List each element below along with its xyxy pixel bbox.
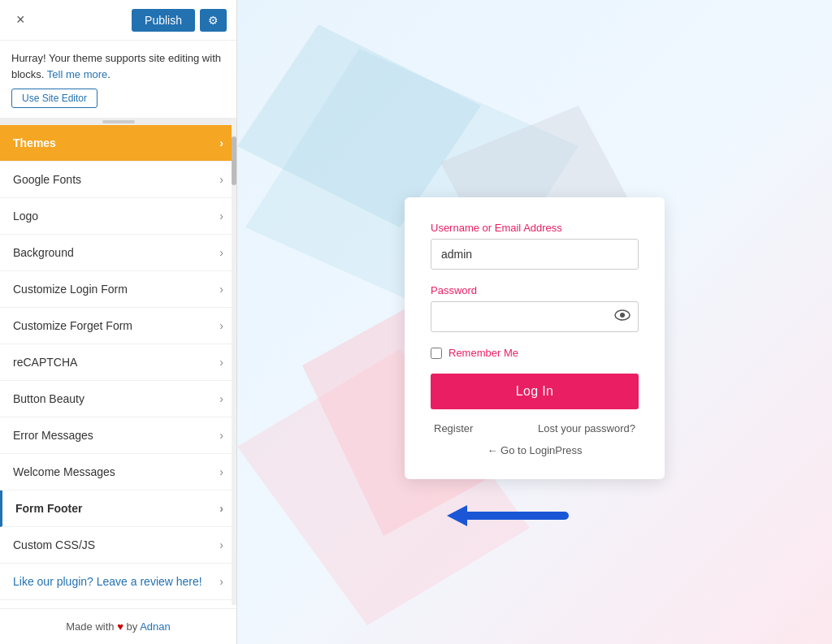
remember-checkbox[interactable] (431, 348, 442, 359)
gear-button[interactable]: ⚙ (200, 9, 227, 32)
sidebar-item-label: reCAPTCHA (13, 356, 77, 369)
eye-toggle-icon[interactable] (614, 309, 630, 324)
scroll-top-indicator (0, 119, 236, 125)
tell-me-more-link[interactable]: Tell me more (47, 68, 107, 80)
sidebar-item-label: Customize Login Form (13, 283, 128, 296)
sidebar: × Publish ⚙ Hurray! Your theme supports … (0, 0, 237, 644)
sidebar-item-customize-login-form[interactable]: Customize Login Form › (0, 271, 236, 308)
remember-label[interactable]: Remember Me (448, 347, 518, 359)
sidebar-item-label: Themes (13, 136, 56, 149)
sidebar-item-label: Logo (13, 210, 38, 223)
chevron-right-icon: › (219, 136, 223, 149)
username-label: Username or Email Address (431, 222, 639, 234)
chevron-right-icon: › (219, 210, 223, 223)
sidebar-item-logo[interactable]: Logo › (0, 198, 236, 235)
sidebar-item-button-beauty[interactable]: Button Beauty › (0, 381, 236, 417)
sidebar-item-recaptcha[interactable]: reCAPTCHA › (0, 344, 236, 381)
password-input[interactable] (431, 301, 639, 332)
go-to-loginpress-link[interactable]: ← Go to LoginPress (487, 444, 582, 456)
sidebar-item-themes[interactable]: Themes › (0, 125, 236, 162)
sidebar-item-form-footer[interactable]: Form Footer › (0, 491, 236, 527)
header-actions: Publish ⚙ (132, 9, 227, 32)
scrollbar-track (232, 120, 236, 605)
form-links: Register Lost your password? (431, 422, 639, 434)
chevron-right-icon: › (219, 392, 223, 405)
sidebar-item-label: Custom CSS/JS (13, 538, 95, 551)
sidebar-item-label: Error Messages (13, 429, 93, 442)
sidebar-header: × Publish ⚙ (0, 0, 236, 41)
login-button[interactable]: Log In (431, 374, 639, 409)
sidebar-item-label: Like our plugin? Leave a review here! (13, 575, 202, 588)
footer-text: Made with ♥ by Adnan (66, 620, 170, 633)
chevron-right-icon: › (219, 319, 223, 332)
chevron-right-icon: › (219, 173, 223, 186)
sidebar-item-custom-css-js[interactable]: Custom CSS/JS › (0, 527, 236, 564)
publish-button[interactable]: Publish (132, 9, 195, 32)
notice-text: Hurray! Your theme supports site editing… (11, 52, 221, 80)
username-group: Username or Email Address (431, 222, 639, 270)
use-site-editor-button[interactable]: Use Site Editor (11, 89, 98, 108)
sidebar-item-customize-forget-form[interactable]: Customize Forget Form › (0, 308, 236, 344)
menu-list: Themes › Google Fonts › Logo › Backgroun… (0, 125, 236, 608)
sidebar-item-label: Customize Forget Form (13, 319, 132, 332)
scrollbar-thumb[interactable] (232, 136, 236, 185)
register-link[interactable]: Register (434, 422, 473, 434)
heart-icon: ♥ (117, 620, 124, 633)
chevron-right-icon: › (219, 246, 223, 259)
svg-point-7 (620, 313, 625, 318)
chevron-right-icon: › (219, 356, 223, 369)
chevron-right-icon: › (219, 538, 223, 551)
remember-me-group: Remember Me (431, 347, 639, 359)
sidebar-footer: Made with ♥ by Adnan (0, 608, 236, 644)
lost-password-link[interactable]: Lost your password? (538, 422, 635, 434)
go-to-loginpress: ← Go to LoginPress (431, 444, 639, 456)
sidebar-item-background[interactable]: Background › (0, 235, 236, 271)
password-group: Password (431, 284, 639, 332)
sidebar-item-label: Background (13, 246, 74, 259)
chevron-right-icon: › (219, 283, 223, 296)
sidebar-item-label: Button Beauty (13, 392, 84, 405)
sidebar-item-welcome-messages[interactable]: Welcome Messages › (0, 454, 236, 491)
author-link[interactable]: Adnan (140, 620, 171, 633)
sidebar-item-error-messages[interactable]: Error Messages › (0, 417, 236, 454)
main-content: Username or Email Address Password Remem… (237, 0, 832, 644)
sidebar-item-google-fonts[interactable]: Google Fonts › (0, 162, 236, 198)
chevron-right-icon: › (219, 465, 223, 478)
close-button[interactable]: × (10, 8, 32, 32)
username-input[interactable] (431, 239, 639, 270)
login-form-card: Username or Email Address Password Remem… (405, 197, 665, 479)
sidebar-item-label: Welcome Messages (13, 465, 115, 478)
chevron-right-icon: › (219, 429, 223, 442)
password-label: Password (431, 284, 639, 296)
sidebar-item-review[interactable]: Like our plugin? Leave a review here! › (0, 564, 236, 600)
chevron-right-icon: › (219, 502, 223, 515)
sidebar-item-label: Google Fonts (13, 173, 81, 186)
notice-box: Hurray! Your theme supports site editing… (0, 41, 236, 119)
chevron-right-icon: › (219, 575, 223, 588)
password-wrapper (431, 301, 639, 332)
sidebar-item-label: Form Footer (15, 502, 82, 515)
